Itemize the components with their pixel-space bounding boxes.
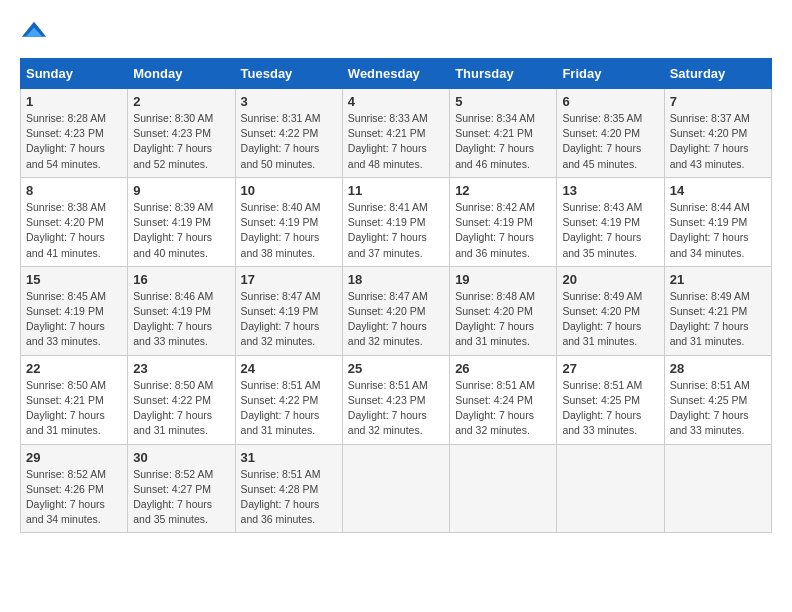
day-number: 15 (26, 272, 122, 287)
day-number: 9 (133, 183, 229, 198)
day-detail: Sunrise: 8:50 AM Sunset: 4:21 PM Dayligh… (26, 378, 122, 439)
day-detail: Sunrise: 8:33 AM Sunset: 4:21 PM Dayligh… (348, 111, 444, 172)
day-number: 14 (670, 183, 766, 198)
day-number: 12 (455, 183, 551, 198)
day-number: 24 (241, 361, 337, 376)
day-number: 19 (455, 272, 551, 287)
calendar-cell (557, 444, 664, 533)
calendar-cell (342, 444, 449, 533)
calendar-cell: 5Sunrise: 8:34 AM Sunset: 4:21 PM Daylig… (450, 89, 557, 178)
calendar-week-row: 29Sunrise: 8:52 AM Sunset: 4:26 PM Dayli… (21, 444, 772, 533)
day-number: 31 (241, 450, 337, 465)
day-detail: Sunrise: 8:51 AM Sunset: 4:28 PM Dayligh… (241, 467, 337, 528)
calendar-cell: 4Sunrise: 8:33 AM Sunset: 4:21 PM Daylig… (342, 89, 449, 178)
day-detail: Sunrise: 8:38 AM Sunset: 4:20 PM Dayligh… (26, 200, 122, 261)
day-detail: Sunrise: 8:51 AM Sunset: 4:22 PM Dayligh… (241, 378, 337, 439)
calendar-cell: 27Sunrise: 8:51 AM Sunset: 4:25 PM Dayli… (557, 355, 664, 444)
day-number: 17 (241, 272, 337, 287)
day-number: 23 (133, 361, 229, 376)
column-header-saturday: Saturday (664, 59, 771, 89)
day-detail: Sunrise: 8:51 AM Sunset: 4:23 PM Dayligh… (348, 378, 444, 439)
day-detail: Sunrise: 8:28 AM Sunset: 4:23 PM Dayligh… (26, 111, 122, 172)
column-header-sunday: Sunday (21, 59, 128, 89)
day-detail: Sunrise: 8:42 AM Sunset: 4:19 PM Dayligh… (455, 200, 551, 261)
calendar-cell: 18Sunrise: 8:47 AM Sunset: 4:20 PM Dayli… (342, 266, 449, 355)
day-number: 5 (455, 94, 551, 109)
calendar-week-row: 22Sunrise: 8:50 AM Sunset: 4:21 PM Dayli… (21, 355, 772, 444)
day-detail: Sunrise: 8:47 AM Sunset: 4:19 PM Dayligh… (241, 289, 337, 350)
day-number: 10 (241, 183, 337, 198)
day-detail: Sunrise: 8:40 AM Sunset: 4:19 PM Dayligh… (241, 200, 337, 261)
day-number: 3 (241, 94, 337, 109)
calendar-cell: 12Sunrise: 8:42 AM Sunset: 4:19 PM Dayli… (450, 177, 557, 266)
day-number: 2 (133, 94, 229, 109)
calendar-cell: 3Sunrise: 8:31 AM Sunset: 4:22 PM Daylig… (235, 89, 342, 178)
calendar-header-row: SundayMondayTuesdayWednesdayThursdayFrid… (21, 59, 772, 89)
calendar-cell (450, 444, 557, 533)
day-number: 1 (26, 94, 122, 109)
day-number: 8 (26, 183, 122, 198)
day-detail: Sunrise: 8:49 AM Sunset: 4:20 PM Dayligh… (562, 289, 658, 350)
day-number: 25 (348, 361, 444, 376)
calendar-cell: 13Sunrise: 8:43 AM Sunset: 4:19 PM Dayli… (557, 177, 664, 266)
column-header-thursday: Thursday (450, 59, 557, 89)
calendar-cell: 17Sunrise: 8:47 AM Sunset: 4:19 PM Dayli… (235, 266, 342, 355)
day-number: 27 (562, 361, 658, 376)
header (20, 20, 772, 48)
calendar-week-row: 1Sunrise: 8:28 AM Sunset: 4:23 PM Daylig… (21, 89, 772, 178)
calendar-cell: 26Sunrise: 8:51 AM Sunset: 4:24 PM Dayli… (450, 355, 557, 444)
day-number: 30 (133, 450, 229, 465)
day-detail: Sunrise: 8:39 AM Sunset: 4:19 PM Dayligh… (133, 200, 229, 261)
calendar-cell: 23Sunrise: 8:50 AM Sunset: 4:22 PM Dayli… (128, 355, 235, 444)
calendar-week-row: 8Sunrise: 8:38 AM Sunset: 4:20 PM Daylig… (21, 177, 772, 266)
day-number: 18 (348, 272, 444, 287)
day-number: 7 (670, 94, 766, 109)
day-detail: Sunrise: 8:35 AM Sunset: 4:20 PM Dayligh… (562, 111, 658, 172)
day-detail: Sunrise: 8:51 AM Sunset: 4:25 PM Dayligh… (562, 378, 658, 439)
calendar-table: SundayMondayTuesdayWednesdayThursdayFrid… (20, 58, 772, 533)
column-header-tuesday: Tuesday (235, 59, 342, 89)
page-container: SundayMondayTuesdayWednesdayThursdayFrid… (20, 20, 772, 533)
calendar-cell: 30Sunrise: 8:52 AM Sunset: 4:27 PM Dayli… (128, 444, 235, 533)
day-detail: Sunrise: 8:48 AM Sunset: 4:20 PM Dayligh… (455, 289, 551, 350)
day-detail: Sunrise: 8:43 AM Sunset: 4:19 PM Dayligh… (562, 200, 658, 261)
column-header-friday: Friday (557, 59, 664, 89)
calendar-cell: 29Sunrise: 8:52 AM Sunset: 4:26 PM Dayli… (21, 444, 128, 533)
calendar-cell: 24Sunrise: 8:51 AM Sunset: 4:22 PM Dayli… (235, 355, 342, 444)
logo (20, 20, 52, 48)
calendar-cell: 2Sunrise: 8:30 AM Sunset: 4:23 PM Daylig… (128, 89, 235, 178)
day-number: 11 (348, 183, 444, 198)
calendar-cell: 11Sunrise: 8:41 AM Sunset: 4:19 PM Dayli… (342, 177, 449, 266)
day-detail: Sunrise: 8:41 AM Sunset: 4:19 PM Dayligh… (348, 200, 444, 261)
calendar-cell: 20Sunrise: 8:49 AM Sunset: 4:20 PM Dayli… (557, 266, 664, 355)
calendar-cell: 9Sunrise: 8:39 AM Sunset: 4:19 PM Daylig… (128, 177, 235, 266)
logo-icon (20, 20, 48, 48)
column-header-monday: Monday (128, 59, 235, 89)
day-detail: Sunrise: 8:47 AM Sunset: 4:20 PM Dayligh… (348, 289, 444, 350)
calendar-cell: 8Sunrise: 8:38 AM Sunset: 4:20 PM Daylig… (21, 177, 128, 266)
day-number: 4 (348, 94, 444, 109)
day-number: 21 (670, 272, 766, 287)
day-number: 20 (562, 272, 658, 287)
day-detail: Sunrise: 8:50 AM Sunset: 4:22 PM Dayligh… (133, 378, 229, 439)
calendar-cell: 6Sunrise: 8:35 AM Sunset: 4:20 PM Daylig… (557, 89, 664, 178)
calendar-cell: 10Sunrise: 8:40 AM Sunset: 4:19 PM Dayli… (235, 177, 342, 266)
day-detail: Sunrise: 8:31 AM Sunset: 4:22 PM Dayligh… (241, 111, 337, 172)
calendar-cell: 21Sunrise: 8:49 AM Sunset: 4:21 PM Dayli… (664, 266, 771, 355)
day-detail: Sunrise: 8:52 AM Sunset: 4:26 PM Dayligh… (26, 467, 122, 528)
day-detail: Sunrise: 8:45 AM Sunset: 4:19 PM Dayligh… (26, 289, 122, 350)
day-detail: Sunrise: 8:52 AM Sunset: 4:27 PM Dayligh… (133, 467, 229, 528)
day-detail: Sunrise: 8:37 AM Sunset: 4:20 PM Dayligh… (670, 111, 766, 172)
day-detail: Sunrise: 8:34 AM Sunset: 4:21 PM Dayligh… (455, 111, 551, 172)
day-number: 22 (26, 361, 122, 376)
calendar-cell: 7Sunrise: 8:37 AM Sunset: 4:20 PM Daylig… (664, 89, 771, 178)
day-detail: Sunrise: 8:30 AM Sunset: 4:23 PM Dayligh… (133, 111, 229, 172)
day-number: 28 (670, 361, 766, 376)
calendar-cell: 16Sunrise: 8:46 AM Sunset: 4:19 PM Dayli… (128, 266, 235, 355)
calendar-cell: 25Sunrise: 8:51 AM Sunset: 4:23 PM Dayli… (342, 355, 449, 444)
calendar-cell: 1Sunrise: 8:28 AM Sunset: 4:23 PM Daylig… (21, 89, 128, 178)
day-number: 13 (562, 183, 658, 198)
day-detail: Sunrise: 8:51 AM Sunset: 4:24 PM Dayligh… (455, 378, 551, 439)
day-number: 29 (26, 450, 122, 465)
calendar-cell (664, 444, 771, 533)
